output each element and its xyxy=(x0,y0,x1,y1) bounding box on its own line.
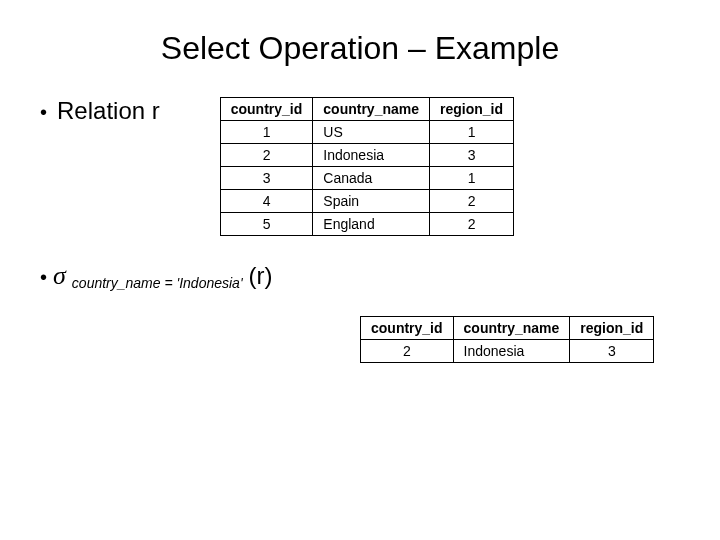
cell: England xyxy=(313,213,430,236)
bullet-relation: • Relation r xyxy=(40,97,160,125)
table-row: 2 Indonesia 3 xyxy=(361,340,654,363)
cell: 1 xyxy=(220,121,313,144)
table-row: 4 Spain 2 xyxy=(220,190,513,213)
bullet-icon: • xyxy=(40,101,47,124)
bullet-formula: • σ country_name = 'Indonesia' (r) xyxy=(40,261,680,291)
table-row: 2 Indonesia 3 xyxy=(220,144,513,167)
sigma-sub-pred: country_name = xyxy=(72,275,177,291)
col-header: country_name xyxy=(453,317,570,340)
cell: 2 xyxy=(430,190,514,213)
col-header: region_id xyxy=(430,98,514,121)
result-table: country_id country_name region_id 2 Indo… xyxy=(360,316,654,363)
cell: US xyxy=(313,121,430,144)
bullet-icon: • xyxy=(40,266,47,289)
col-header: region_id xyxy=(570,317,654,340)
table-header-row: country_id country_name region_id xyxy=(220,98,513,121)
cell: 1 xyxy=(430,121,514,144)
cell: 2 xyxy=(220,144,313,167)
col-header: country_id xyxy=(220,98,313,121)
cell: 3 xyxy=(220,167,313,190)
cell: 3 xyxy=(570,340,654,363)
cell: Canada xyxy=(313,167,430,190)
cell: 4 xyxy=(220,190,313,213)
sigma-icon: σ xyxy=(53,261,66,291)
table-row: 5 England 2 xyxy=(220,213,513,236)
result-table-wrap: country_id country_name region_id 2 Indo… xyxy=(360,316,680,363)
cell: 5 xyxy=(220,213,313,236)
table-row: 1 US 1 xyxy=(220,121,513,144)
table-row: 3 Canada 1 xyxy=(220,167,513,190)
sigma-sub-val: 'Indonesia' xyxy=(177,275,243,291)
cell: 2 xyxy=(430,213,514,236)
cell: Indonesia xyxy=(313,144,430,167)
table-header-row: country_id country_name region_id xyxy=(361,317,654,340)
col-header: country_name xyxy=(313,98,430,121)
slide-title: Select Operation – Example xyxy=(40,30,680,67)
bullet-relation-text: Relation r xyxy=(57,97,160,125)
cell: 3 xyxy=(430,144,514,167)
relation-table: country_id country_name region_id 1 US 1… xyxy=(220,97,514,236)
cell: Indonesia xyxy=(453,340,570,363)
cell: Spain xyxy=(313,190,430,213)
sigma-arg: (r) xyxy=(249,262,273,290)
cell: 2 xyxy=(361,340,454,363)
col-header: country_id xyxy=(361,317,454,340)
content-row-1: • Relation r country_id country_name reg… xyxy=(40,97,680,236)
sigma-subscript: country_name = 'Indonesia' xyxy=(72,270,243,291)
cell: 1 xyxy=(430,167,514,190)
